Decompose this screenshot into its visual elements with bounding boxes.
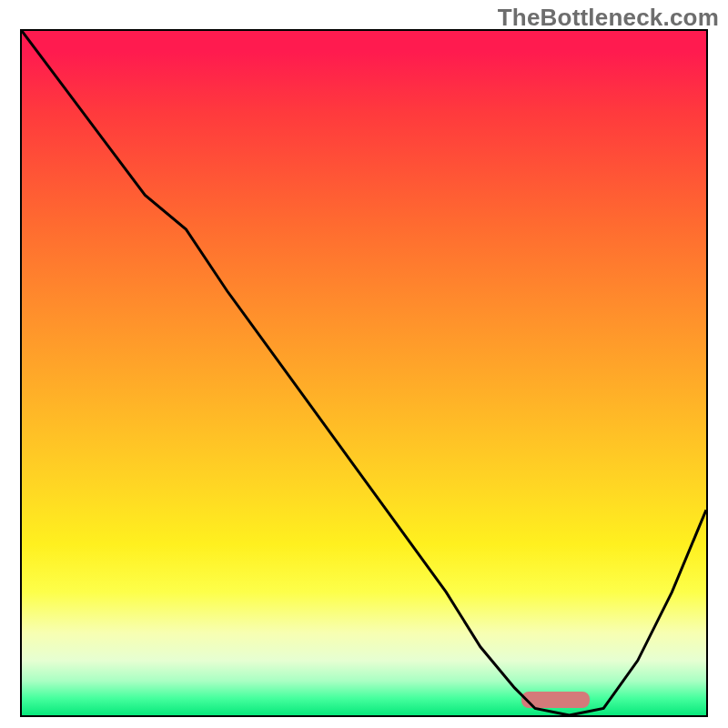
bottleneck-curve [22,31,706,715]
curve-path [22,31,706,715]
chart-frame: TheBottleneck.com [0,0,728,728]
watermark-text: TheBottleneck.com [498,4,719,32]
plot-area [20,29,708,717]
